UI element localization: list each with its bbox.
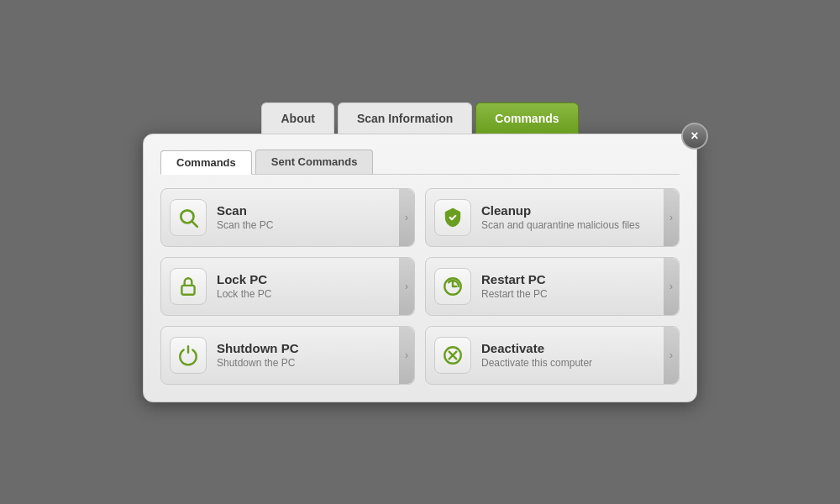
command-scan[interactable]: Scan Scan the PC › (160, 188, 415, 247)
restart-icon-box (434, 268, 471, 305)
scan-title: Scan (217, 203, 406, 218)
search-icon (177, 207, 199, 228)
sub-tab-bar: Commands Sent Commands (160, 150, 680, 175)
shutdown-icon-box (170, 337, 207, 374)
command-cleanup[interactable]: Cleanup Scan and quarantine malicious fi… (425, 188, 680, 247)
deactivate-title: Deactivate (481, 341, 670, 355)
restart-arrow: › (664, 258, 679, 315)
restart-icon (442, 276, 464, 297)
modal-wrapper: About Scan Information Commands × Comman… (143, 102, 697, 402)
shutdown-arrow: › (399, 327, 414, 384)
shutdown-desc: Shutdown the PC (217, 357, 406, 369)
svg-line-1 (192, 221, 197, 226)
deactivate-arrow: › (664, 327, 679, 384)
restart-title: Restart PC (481, 272, 670, 286)
tab-bar: About Scan Information Commands (143, 102, 697, 134)
power-icon (177, 344, 199, 366)
command-grid: Scan Scan the PC › Cleanup Scan and quar… (160, 188, 680, 385)
sub-tab-sent-commands[interactable]: Sent Commands (255, 150, 374, 174)
cleanup-desc: Scan and quarantine malicious files (481, 219, 670, 231)
command-lock-pc[interactable]: Lock PC Lock the PC › (160, 257, 415, 316)
lock-desc: Lock the PC (217, 288, 406, 300)
scan-desc: Scan the PC (217, 219, 406, 231)
lock-icon-box (170, 268, 207, 305)
restart-desc: Restart the PC (481, 288, 670, 300)
scan-icon-box (170, 199, 207, 236)
tab-scan-information[interactable]: Scan Information (338, 102, 472, 134)
lock-arrow: › (399, 258, 414, 315)
sub-tab-commands[interactable]: Commands (160, 150, 252, 175)
tab-about[interactable]: About (261, 102, 333, 134)
cleanup-title: Cleanup (481, 203, 670, 218)
command-restart-pc[interactable]: Restart PC Restart the PC › (425, 257, 680, 316)
deactivate-icon-box (434, 337, 471, 374)
command-deactivate[interactable]: Deactivate Deactivate this computer › (425, 326, 680, 385)
shutdown-title: Shutdown PC (217, 341, 406, 355)
deactivate-desc: Deactivate this computer (481, 357, 670, 369)
modal-body: × Commands Sent Commands Scan Scan the P… (143, 134, 697, 402)
tab-commands[interactable]: Commands (475, 102, 578, 134)
scan-arrow: › (399, 189, 414, 246)
command-shutdown-pc[interactable]: Shutdown PC Shutdown the PC › (160, 326, 415, 385)
lock-icon (177, 276, 199, 297)
cleanup-icon-box (434, 199, 471, 236)
lock-title: Lock PC (217, 272, 406, 286)
svg-rect-2 (181, 285, 194, 294)
cleanup-arrow: › (664, 189, 679, 246)
shield-icon (442, 207, 464, 228)
x-circle-icon (442, 344, 464, 366)
close-button[interactable]: × (681, 123, 708, 150)
